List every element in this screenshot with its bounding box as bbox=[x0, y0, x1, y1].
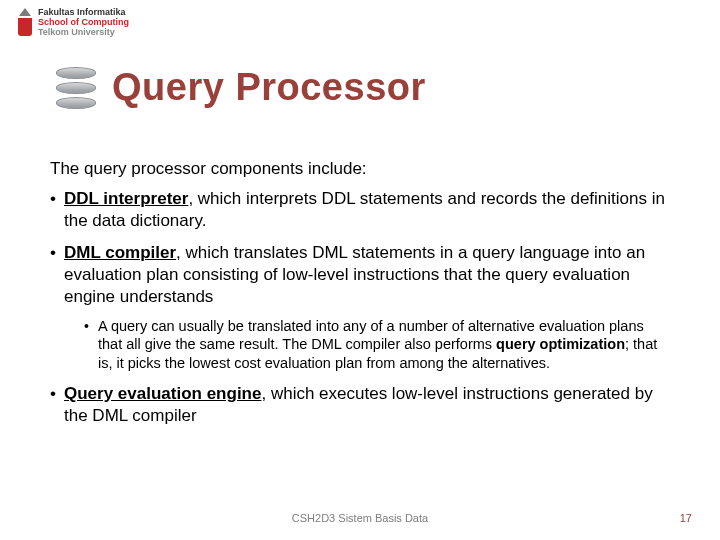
database-icon bbox=[56, 67, 96, 109]
logo-mark-icon bbox=[18, 8, 32, 36]
slide-body: The query processor components include: … bbox=[50, 158, 670, 437]
term-qee: Query evaluation engine bbox=[64, 384, 261, 403]
footer-course: CSH2D3 Sistem Basis Data bbox=[292, 512, 428, 524]
term-dml: DML compiler bbox=[64, 243, 176, 262]
bullet-list: DDL interpreter, which interprets DDL st… bbox=[50, 188, 670, 427]
list-item: Query evaluation engine, which executes … bbox=[50, 383, 670, 427]
logo-line3: Telkom University bbox=[38, 28, 129, 38]
intro-text: The query processor components include: bbox=[50, 158, 670, 180]
institution-logo: Fakultas Informatika School of Computing… bbox=[18, 8, 129, 38]
title-row: Query Processor bbox=[56, 66, 426, 109]
footer-page-number: 17 bbox=[680, 512, 692, 524]
slide-title: Query Processor bbox=[112, 66, 426, 109]
sub-bold: query optimization bbox=[496, 336, 625, 352]
list-item: A query can usually be translated into a… bbox=[84, 317, 670, 374]
logo-text: Fakultas Informatika School of Computing… bbox=[38, 8, 129, 38]
term-ddl: DDL interpreter bbox=[64, 189, 188, 208]
list-item: DML compiler, which translates DML state… bbox=[50, 242, 670, 373]
sub-list: A query can usually be translated into a… bbox=[84, 317, 670, 374]
slide-footer: CSH2D3 Sistem Basis Data 17 bbox=[0, 512, 720, 530]
list-item: DDL interpreter, which interprets DDL st… bbox=[50, 188, 670, 232]
